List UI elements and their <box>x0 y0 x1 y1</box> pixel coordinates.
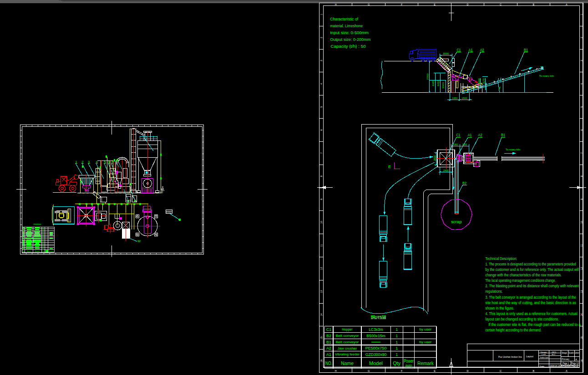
svg-text:A2: A2 <box>326 346 331 350</box>
svg-text:To rotary kiln: To rotary kiln <box>539 75 554 77</box>
svg-text:Remark: Remark <box>49 250 55 252</box>
svg-text:11: 11 <box>320 244 323 247</box>
svg-text:regulations.: regulations. <box>486 289 503 294</box>
svg-text:Edition: Edition <box>574 352 579 354</box>
svg-text:If the customer site is flat,: If the customer site is flat, the rough … <box>488 322 581 327</box>
svg-text:13: 13 <box>580 290 583 293</box>
svg-text:A2: A2 <box>480 48 484 52</box>
svg-text:4. This layout is only used as: 4. This layout is only used as a referen… <box>486 311 578 316</box>
svg-text:layout can be changed accordin: layout can be changed according to site … <box>486 317 559 321</box>
svg-text:1950: 1950 <box>453 143 458 146</box>
svg-text:1: 1 <box>395 352 398 357</box>
svg-text:C: C <box>500 370 502 372</box>
svg-text:3000: 3000 <box>433 155 436 161</box>
svg-text:A: A <box>575 358 577 361</box>
svg-text:Characteristic of: Characteristic of <box>330 16 358 21</box>
svg-text:certain height according to th: certain height according to the demand. <box>486 328 542 332</box>
svg-text:B500x15m: B500x15m <box>366 334 385 338</box>
svg-text:13: 13 <box>320 290 323 293</box>
svg-text:D: D <box>466 370 468 372</box>
svg-text:Layout: Layout <box>526 355 534 358</box>
svg-text:B1: B1 <box>501 133 505 137</box>
svg-text:1: 1 <box>395 327 398 332</box>
svg-text:Output size: 0-200mm: Output size: 0-200mm <box>330 37 370 42</box>
svg-text:4: 4 <box>580 83 583 85</box>
svg-text:NO.: NO. <box>325 360 333 366</box>
svg-text:change with the characteristic: change with the characteristics of the r… <box>486 273 562 277</box>
svg-text:2: 2 <box>320 37 323 38</box>
svg-text:material. Limeshone: material. Limeshone <box>330 23 363 28</box>
svg-text:Qty: Qty <box>393 360 400 366</box>
svg-text:B: B <box>533 3 535 6</box>
svg-text:C1: C1 <box>457 48 461 52</box>
svg-text:Design: Design <box>541 351 547 353</box>
svg-text:3000: 3000 <box>443 52 449 55</box>
svg-text:C1: C1 <box>456 133 461 137</box>
svg-text:Belt conveyor: Belt conveyor <box>336 334 359 338</box>
svg-text:1: 1 <box>395 346 398 350</box>
svg-text:7: 7 <box>320 152 323 154</box>
svg-text:7: 7 <box>580 152 583 154</box>
svg-text:scrap: scrap <box>451 220 462 224</box>
svg-text:8: 8 <box>320 175 323 177</box>
svg-text:Input size: 0-500mm: Input size: 0-500mm <box>330 30 369 35</box>
svg-text:Capacity (t/h) : 50: Capacity (t/h) : 50 <box>331 44 366 49</box>
svg-text:GZD300x90: GZD300x90 <box>365 352 387 357</box>
svg-text:A1: A1 <box>468 133 472 137</box>
svg-text:6: 6 <box>580 129 583 130</box>
svg-text:B2: B2 <box>462 181 466 185</box>
svg-text:Primary: Primary <box>562 358 569 360</box>
svg-text:A2: A2 <box>478 133 482 137</box>
svg-text:B1: B1 <box>326 340 331 345</box>
svg-text:3000: 3000 <box>478 78 481 84</box>
svg-text:11: 11 <box>580 244 583 247</box>
svg-text:9: 9 <box>320 199 323 200</box>
svg-text:14: 14 <box>320 313 323 316</box>
svg-text:by user: by user <box>420 327 432 331</box>
svg-text:A: A <box>566 3 568 6</box>
svg-text:Tablet ball: Tablet ball <box>540 356 548 359</box>
svg-text:3000: 3000 <box>442 82 445 89</box>
svg-text:by the customer and is for ref: by the customer and is for reference onl… <box>486 267 579 272</box>
svg-text:2. The blasting point and its: 2. The blasting point and its distance s… <box>486 284 579 288</box>
svg-text:A1: A1 <box>326 352 331 357</box>
svg-text:2008.04.15: 2008.04.15 <box>550 365 560 367</box>
svg-text:E: E <box>388 165 391 169</box>
svg-text:15: 15 <box>320 336 323 339</box>
svg-text:G: G <box>368 3 370 6</box>
svg-text:4: 4 <box>320 83 323 85</box>
svg-text:Belt conveyor: Belt conveyor <box>336 340 359 344</box>
svg-text:D: D <box>466 3 468 6</box>
svg-text:drJ: drJ <box>552 353 555 355</box>
svg-text:A: A <box>566 370 568 372</box>
svg-text:3: 3 <box>88 160 90 164</box>
svg-text:PE500x750: PE500x750 <box>365 346 387 350</box>
svg-text:Name: Name <box>341 360 354 366</box>
svg-text:Remark: Remark <box>417 360 434 366</box>
svg-text:5: 5 <box>580 106 583 108</box>
svg-text:Left: Left <box>542 353 546 355</box>
svg-text:B2: B2 <box>326 334 331 338</box>
svg-text:B: B <box>533 370 535 372</box>
svg-text:Qty: Qty <box>42 250 45 252</box>
svg-text:E: E <box>434 3 436 6</box>
svg-text:5: 5 <box>320 106 323 108</box>
svg-text:Model: Model <box>35 250 40 252</box>
svg-text:3. The belt conveyor is arrang: 3. The belt conveyor is arranged accordi… <box>486 295 576 300</box>
svg-text:2400: 2400 <box>443 169 449 172</box>
svg-text:16: 16 <box>580 360 583 362</box>
svg-text:2: 2 <box>81 160 83 164</box>
svg-text:1: 1 <box>76 160 77 164</box>
svg-text:H: H <box>335 3 337 6</box>
svg-text:10: 10 <box>320 221 323 224</box>
svg-text:14: 14 <box>580 313 583 316</box>
svg-text:7700: 7700 <box>426 74 429 80</box>
svg-text:Jaw crusher: Jaw crusher <box>338 346 358 350</box>
svg-text:3: 3 <box>580 60 583 61</box>
svg-text:Vibrating feeder: Vibrating feeder <box>335 352 360 356</box>
svg-text:Model: Model <box>369 360 383 366</box>
svg-text:3170: 3170 <box>482 78 485 84</box>
svg-text:1: 1 <box>580 14 583 15</box>
svg-text:No: No <box>22 250 25 252</box>
svg-text:H: H <box>335 370 337 372</box>
